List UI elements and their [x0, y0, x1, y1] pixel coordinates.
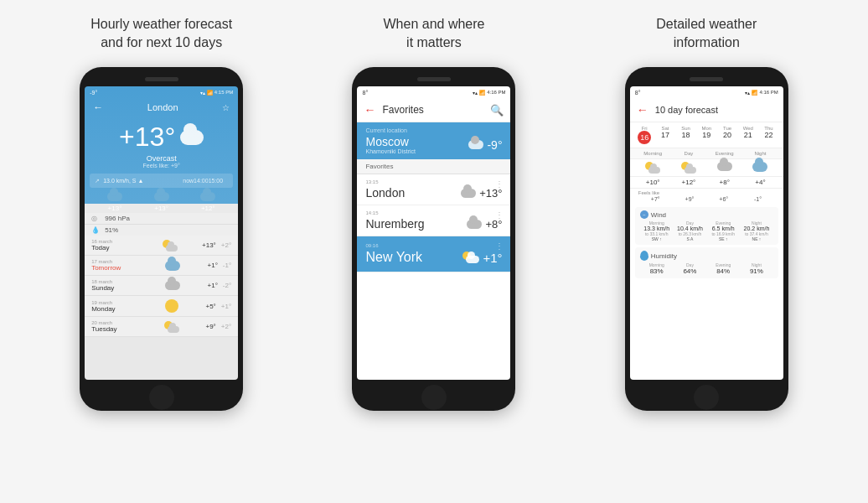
- time-slots: now 14:00 15:00: [178, 176, 228, 185]
- period-icon-day: [681, 162, 696, 174]
- section-favorites: When and where it matters 8° ▾▴ 📶 4:16 P…: [308, 15, 560, 411]
- favorites-title: Favorites: [382, 104, 483, 116]
- weather-desc: Overcast: [85, 154, 238, 163]
- status-signal: -9°: [90, 90, 97, 96]
- main-weather-icon: [180, 130, 204, 145]
- forecast-icon-3: [165, 281, 180, 290]
- hourly-icon-3: [200, 192, 215, 201]
- fav-icon-newyork: [462, 252, 479, 263]
- forecast-icon-4: [165, 299, 178, 313]
- fav-time-1: 13:15: [365, 179, 502, 184]
- table-row: 19 march Monday +5° +1°: [85, 296, 238, 317]
- hourly-icon-1: [107, 192, 122, 201]
- fav-time-2: 14:15: [365, 210, 502, 215]
- wind-row: ↗ 13.0 km/h, S ▲ now 14:00 15:00: [90, 174, 233, 188]
- fav-icon-nuremberg: [467, 220, 482, 229]
- day-item-wed: Wed 21: [738, 126, 757, 144]
- day-item-tue: Tue 20: [718, 126, 737, 144]
- humidity-value: 51%: [105, 226, 231, 234]
- forecast-icon-1: [163, 240, 178, 252]
- day-item-mon: Mon 19: [697, 126, 716, 144]
- section2-title: When and where it matters: [384, 15, 485, 55]
- phone1-screen: -9° ▾▴ 📶 4:15 PM ← London ☆ +13°: [85, 86, 238, 380]
- weather-header-1: ← London ☆: [85, 98, 238, 117]
- page-container: Hourly weather forecast and for next 10 …: [0, 0, 868, 503]
- table-row: 16 march Today +13° +2°: [85, 236, 238, 256]
- wind-card: ~ Wind Morning 13.3 km/h to 33.1 km/h SW…: [635, 207, 778, 245]
- list-item[interactable]: ⋮ 13:15 London +13°: [357, 174, 510, 205]
- pressure-value: 996 hPa: [105, 215, 231, 222]
- status-bar-2: 8° ▾▴ 📶 4:16 PM: [357, 86, 510, 98]
- section-hourly: Hourly weather forecast and for next 10 …: [36, 15, 287, 411]
- phone1-frame: -9° ▾▴ 📶 4:15 PM ← London ☆ +13°: [80, 67, 243, 411]
- status-icons-1: ▾▴ 📶 4:15 PM: [200, 90, 233, 96]
- phone3-frame: 8° ▾▴ 📶 4:16 PM ← 10 day forecast Fri: [625, 67, 788, 411]
- day-item-sun: Sun 18: [676, 126, 695, 144]
- back-icon[interactable]: ←: [93, 101, 103, 113]
- section-detailed: Detailed weather information 8° ▾▴ 📶 4:1…: [581, 15, 832, 411]
- wind-card-title: ~ Wind: [640, 210, 773, 219]
- favorites-header: ← Favorites 🔍: [357, 98, 510, 122]
- humidity-card: Humidity Morning 83% Day 64% Evening: [635, 247, 778, 278]
- current-city-row: Moscow Khamovniki District -9°: [365, 135, 502, 154]
- pressure-row: ◎ 996 hPa: [85, 213, 238, 224]
- city-name-1: London: [103, 102, 222, 112]
- humidity-drop-icon: [640, 251, 648, 261]
- humidity-icon: 💧: [91, 226, 101, 234]
- forecast-icon-2: [165, 261, 180, 271]
- favorites-search-icon[interactable]: 🔍: [490, 104, 504, 117]
- temp-value: +13°: [119, 122, 175, 153]
- main-temp-display: +13° Overcast Feels like: +9°: [85, 117, 238, 174]
- fav-icon-london: [461, 189, 476, 198]
- current-city: Moscow: [365, 135, 416, 148]
- star-icon[interactable]: ☆: [222, 103, 230, 112]
- section1-title: Hourly weather forecast and for next 10 …: [90, 15, 232, 55]
- forecast10-header: ← 10 day forecast: [630, 98, 783, 122]
- today-indicator: 16: [638, 131, 651, 144]
- item-menu-icon[interactable]: ⋮: [495, 210, 504, 220]
- current-location-label: Current location: [365, 127, 502, 133]
- hourly-temps: +13° +13° +12°: [85, 204, 238, 213]
- wind-label: 13.0 km/h, S ▲: [103, 178, 174, 184]
- fav-city-nuremberg: Nuremberg: [365, 217, 424, 231]
- table-row: 17 march Tomorrow +1° -1°: [85, 256, 238, 276]
- period-icon-evening: [717, 162, 732, 171]
- fav-city-row-1: London +13°: [365, 186, 502, 200]
- period-icons: [630, 159, 783, 177]
- period-temps: +10° +12° +8° +4°: [630, 177, 783, 189]
- current-temp: -9°: [468, 138, 502, 152]
- feels-like-temps: +7° +9° +6° -1°: [638, 195, 775, 203]
- item-menu-icon[interactable]: ⋮: [495, 241, 504, 251]
- fav-city-row-2: Nuremberg +8°: [365, 217, 502, 231]
- phone2-screen: 8° ▾▴ 📶 4:16 PM ← Favorites 🔍 Current lo…: [357, 86, 510, 380]
- forecast-icon-5: [164, 321, 179, 333]
- item-menu-icon[interactable]: ⋮: [495, 179, 504, 189]
- feels-like-section: Feels like +7° +9° +6° -1°: [630, 189, 783, 205]
- fav-time-3: 09:16: [365, 243, 502, 248]
- period-icon-night: [752, 162, 767, 172]
- status-bar-3: 8° ▾▴ 📶 4:16 PM: [630, 86, 783, 98]
- current-district: Khamovniki District: [365, 148, 416, 154]
- list-item[interactable]: ⋮ 09:16 New York +1°: [357, 236, 510, 272]
- hourly-icons: [85, 189, 238, 204]
- pressure-icon: ◎: [91, 215, 101, 222]
- day-item-fri: Fri 16: [635, 126, 654, 144]
- favorites-back-icon[interactable]: ←: [364, 103, 375, 117]
- forecast10-back-icon[interactable]: ←: [637, 103, 648, 117]
- status-bar-1: -9° ▾▴ 📶 4:15 PM: [85, 86, 238, 98]
- humidity-row: 💧 51%: [85, 224, 238, 236]
- favorites-section-label: Favorites: [357, 159, 510, 174]
- section3-title: Detailed weather information: [656, 15, 757, 55]
- day-item-sat: Sat 17: [656, 126, 675, 144]
- current-weather-icon: [468, 140, 483, 149]
- day-item-thu: Thu 22: [759, 126, 778, 144]
- current-location-section: Current location Moscow Khamovniki Distr…: [357, 122, 510, 159]
- fav-city-london: London: [365, 186, 405, 200]
- hourly-icon-2: [154, 192, 169, 201]
- fav-city-newyork: New York: [365, 250, 422, 265]
- phone2-frame: 8° ▾▴ 📶 4:16 PM ← Favorites 🔍 Current lo…: [352, 67, 515, 411]
- period-icon-morning: [645, 162, 660, 174]
- wind-icon: ~: [640, 210, 648, 219]
- list-item[interactable]: ⋮ 14:15 Nuremberg +8°: [357, 205, 510, 236]
- humidity-values-row: Morning 83% Day 64% Evening 84% Night: [640, 262, 773, 275]
